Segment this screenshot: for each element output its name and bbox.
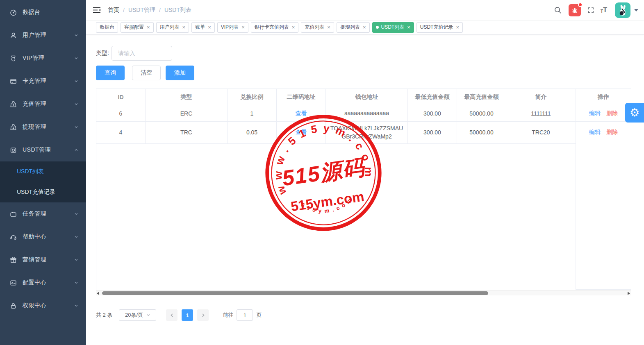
tab-usdt-list-active[interactable]: USDT列表× [372, 22, 414, 33]
edit-link[interactable]: 编辑 [589, 110, 601, 116]
error-log-bug-button[interactable] [569, 4, 581, 16]
query-button[interactable]: 查询 [96, 66, 125, 80]
tab-usdt-recharge-records[interactable]: USDT充值记录× [416, 22, 463, 33]
scrollbar-thumb[interactable] [102, 291, 488, 295]
close-icon[interactable]: × [327, 25, 330, 30]
page-size-select[interactable]: 20条/页 [119, 309, 156, 321]
close-icon[interactable]: × [182, 25, 186, 30]
cell-intro: 1111111 [506, 105, 576, 122]
chevron-down-icon [74, 234, 79, 239]
avatar-dropdown-caret-icon[interactable] [634, 9, 638, 11]
column-header-type: 类型 [146, 89, 228, 105]
sidebar-item-users[interactable]: 用户管理 [0, 24, 86, 47]
table-left-border [96, 89, 96, 290]
config-image-icon [10, 279, 17, 286]
prev-page-button[interactable] [166, 309, 177, 321]
close-icon[interactable]: × [363, 25, 366, 30]
add-button[interactable]: 添加 [166, 66, 194, 80]
close-icon[interactable]: × [241, 25, 245, 30]
scroll-left-arrow-icon[interactable] [97, 292, 99, 295]
delete-link[interactable]: 删除 [606, 110, 618, 116]
tab-recharge-list[interactable]: 充值列表× [301, 22, 334, 33]
tab-customer-service[interactable]: 客服配置× [121, 22, 154, 33]
help-headset-icon [10, 234, 17, 241]
scroll-right-arrow-icon[interactable] [628, 292, 630, 295]
fixed-actions-column-panel [576, 141, 631, 290]
goto-page-input[interactable] [237, 309, 253, 321]
sidebar-item-vip[interactable]: VIP管理 [0, 47, 86, 70]
active-dot-icon [376, 26, 379, 29]
bank-card-icon [10, 78, 17, 85]
cell-id: 4 [96, 122, 146, 144]
chevron-down-icon [74, 56, 79, 61]
sidebar-item-label: VIP管理 [23, 54, 74, 62]
sidebar-item-dashboard[interactable]: 数据台 [0, 1, 86, 24]
close-icon[interactable]: × [407, 25, 410, 30]
sidebar-subitem-usdt-recharge-records[interactable]: USDT充值记录 [0, 182, 86, 202]
tab-label: USDT列表 [381, 24, 405, 31]
horizontal-scrollbar[interactable] [96, 290, 631, 295]
sidebar-subitem-usdt-list[interactable]: USDT列表 [0, 161, 86, 182]
gear-icon: ⚙ [630, 106, 639, 119]
sidebar-item-permission[interactable]: 权限中心 [0, 294, 86, 317]
next-page-button[interactable] [197, 309, 209, 321]
breadcrumb-home[interactable]: 首页 [108, 7, 119, 14]
chevron-down-icon [74, 280, 79, 285]
sidebar-item-card[interactable]: 卡充管理 [0, 70, 86, 93]
collapse-sidebar-icon[interactable] [93, 7, 101, 14]
fullscreen-icon[interactable] [587, 7, 594, 14]
edit-link[interactable]: 编辑 [589, 129, 601, 135]
close-icon[interactable]: × [208, 25, 211, 30]
tab-dashboard[interactable]: 数据台 [96, 22, 118, 33]
sidebar-item-label: USDT管理 [23, 146, 74, 154]
tab-user-list[interactable]: 用户列表× [156, 22, 189, 33]
sidebar-subitem-label: USDT列表 [17, 168, 44, 175]
page-number-current[interactable]: 1 [182, 309, 193, 321]
sidebar-item-label: 配置中心 [23, 279, 74, 286]
close-icon[interactable]: × [292, 25, 295, 30]
column-header-min: 最低充值金额 [408, 89, 457, 105]
chevron-down-icon [74, 125, 79, 129]
chevron-down-icon [74, 303, 79, 308]
tab-bills[interactable]: 账单× [191, 22, 215, 33]
breadcrumb: 首页 / USDT管理 / USDT列表 [108, 7, 191, 14]
topbar: 首页 / USDT管理 / USDT列表 TT [86, 0, 644, 20]
sidebar-item-help[interactable]: 帮助中心 [0, 225, 86, 248]
tab-label: 用户列表 [160, 24, 180, 31]
sidebar-item-label: 任务管理 [23, 210, 74, 218]
sidebar-item-config[interactable]: 配置中心 [0, 271, 86, 294]
sidebar-item-usdt[interactable]: USDT管理 [0, 138, 86, 161]
tab-label: 数据台 [100, 24, 114, 31]
sidebar-item-label: 权限中心 [23, 302, 74, 309]
close-icon[interactable]: × [147, 25, 150, 30]
delete-link[interactable]: 删除 [606, 129, 618, 135]
sidebar-item-tasks[interactable]: 任务管理 [0, 202, 86, 225]
sidebar-item-marketing[interactable]: 营销管理 [0, 248, 86, 271]
sidebar-item-recharge[interactable]: 充值管理 [0, 93, 86, 116]
page-size-value: 20条/页 [125, 311, 143, 319]
tab-label: VIP列表 [221, 24, 239, 31]
font-size-icon[interactable]: TT [601, 7, 607, 14]
clear-button[interactable]: 清空 [132, 66, 161, 80]
type-filter-input[interactable] [112, 46, 172, 61]
column-header-ratio: 兑换比例 [228, 89, 277, 105]
view-qr-link[interactable]: 查看 [296, 129, 307, 135]
topbar-actions: TT [554, 2, 638, 18]
tab-label: 银行卡充值列表 [255, 24, 289, 31]
sidebar-item-label: 营销管理 [23, 256, 74, 263]
filter-row: 类型: [96, 46, 644, 61]
tab-vip-list[interactable]: VIP列表× [217, 22, 248, 33]
close-icon[interactable]: × [456, 25, 459, 30]
sidebar-item-label: 用户管理 [23, 32, 74, 39]
avatar[interactable] [615, 2, 630, 18]
view-qr-link[interactable]: 查看 [296, 110, 307, 116]
column-header-max: 最高充值金额 [457, 89, 506, 105]
search-icon[interactable] [554, 7, 562, 14]
breadcrumb-usdt-manage: USDT管理 [128, 7, 155, 14]
column-header-actions: 操作 [576, 89, 631, 105]
cell-min-amount: 300.00 [408, 105, 457, 122]
settings-gear-button[interactable]: ⚙ [625, 103, 644, 123]
sidebar-item-withdraw[interactable]: 提现管理 [0, 116, 86, 138]
tab-withdraw-list[interactable]: 提现列表× [337, 22, 370, 33]
tab-bank-card-recharge-list[interactable]: 银行卡充值列表× [251, 22, 299, 33]
